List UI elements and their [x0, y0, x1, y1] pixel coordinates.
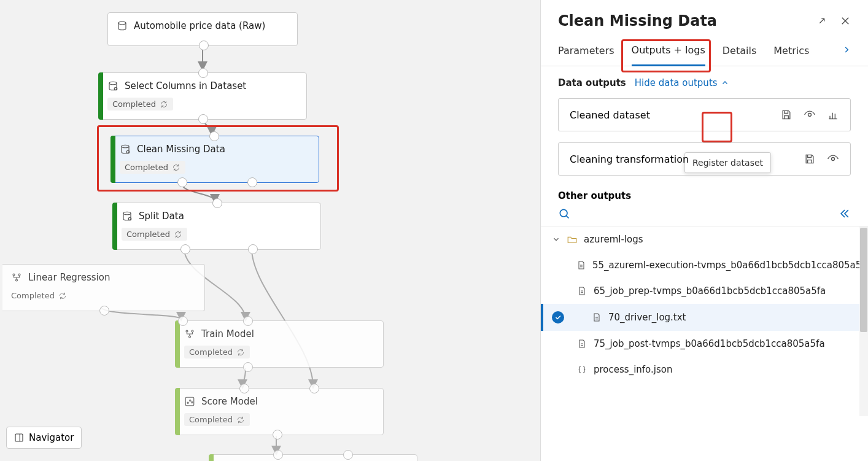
- output-port[interactable]: [99, 306, 109, 316]
- tabs: Parameters Outputs + logs Details Metric…: [541, 36, 868, 66]
- node-score-model[interactable]: Score Model Completed: [175, 388, 384, 435]
- tree-file[interactable]: 65_job_prep-tvmps_b0a66d1bcb5dcb1cca805a…: [541, 278, 868, 304]
- collapse-icon[interactable]: [839, 207, 851, 220]
- node-split-data[interactable]: Split Data Completed: [112, 203, 321, 250]
- input-port-2[interactable]: [243, 316, 253, 326]
- save-icon[interactable]: [780, 109, 792, 121]
- navigator-icon: [14, 433, 24, 443]
- output-port-2[interactable]: [248, 244, 258, 254]
- svg-point-14: [187, 402, 188, 403]
- panel-title: Clean Missing Data: [558, 12, 717, 29]
- node-evaluate-model[interactable]: Evaluate Model: [209, 454, 417, 461]
- node-title-text: Clean Missing Data: [137, 144, 225, 155]
- output-port-1[interactable]: [177, 177, 187, 187]
- svg-point-1: [109, 82, 117, 85]
- output-cleaning-transformation: Cleaning transformation: [558, 142, 851, 176]
- chevron-up-icon: [721, 79, 729, 87]
- file-tree: azureml-logs 55_azureml-execution-tvmps_…: [541, 226, 868, 416]
- refresh-icon: [172, 163, 180, 172]
- folder-icon: [567, 234, 578, 245]
- tab-metrics[interactable]: Metrics: [773, 36, 809, 65]
- status-text: Completed: [11, 291, 55, 300]
- output-cleaned-dataset: Cleaned dataset: [558, 98, 851, 131]
- node-select-columns[interactable]: Select Columns in Dataset Completed: [98, 72, 307, 120]
- tab-parameters[interactable]: Parameters: [558, 36, 614, 65]
- refresh-icon: [236, 416, 245, 424]
- svg-point-5: [123, 212, 131, 215]
- refresh-icon: [58, 292, 67, 300]
- file-name: 65_job_prep-tvmps_b0a66d1bcb5dcb1cca805a…: [594, 285, 826, 296]
- node-title-text: Score Model: [201, 396, 258, 407]
- svg-point-20: [832, 158, 835, 161]
- output-port[interactable]: [198, 114, 208, 124]
- pipeline-canvas[interactable]: Automobile price data (Raw) Select Colum…: [0, 0, 540, 461]
- close-icon[interactable]: [840, 15, 851, 26]
- search-icon[interactable]: [558, 207, 570, 220]
- input-port-1[interactable]: [273, 450, 283, 460]
- svg-point-12: [189, 336, 191, 338]
- tree-file[interactable]: process_info.json: [541, 357, 868, 382]
- node-clean-missing-data[interactable]: Clean Missing Data Completed: [110, 136, 319, 183]
- output-port-2[interactable]: [247, 177, 257, 187]
- output-port[interactable]: [243, 362, 253, 372]
- data-outputs-label: Data outputs: [558, 77, 626, 88]
- file-icon: [577, 286, 587, 296]
- scrollbar[interactable]: [859, 227, 868, 416]
- score-icon: [184, 396, 195, 407]
- folder-name: azureml-logs: [584, 234, 643, 245]
- svg-point-10: [186, 330, 188, 332]
- svg-point-8: [18, 274, 20, 276]
- split-icon: [122, 211, 133, 222]
- database-icon: [117, 20, 128, 31]
- preview-icon[interactable]: [827, 153, 839, 165]
- node-title-text: Train Model: [201, 328, 254, 339]
- tab-outputs-logs[interactable]: Outputs + logs: [632, 36, 705, 66]
- svg-point-7: [13, 274, 15, 276]
- navigator-button[interactable]: Navigator: [6, 427, 82, 449]
- node-title-text: Select Columns in Dataset: [125, 80, 246, 91]
- status-text: Completed: [189, 347, 233, 357]
- refresh-icon: [236, 348, 245, 357]
- tab-details[interactable]: Details: [723, 36, 756, 65]
- node-title-text: Automobile price data (Raw): [134, 20, 265, 31]
- expand-icon[interactable]: [816, 15, 827, 26]
- preview-icon[interactable]: [804, 109, 816, 121]
- node-title-text: Linear Regression: [28, 272, 110, 283]
- file-icon: [577, 339, 587, 349]
- svg-point-11: [192, 330, 193, 332]
- input-port[interactable]: [209, 131, 219, 141]
- tree-file[interactable]: 55_azureml-execution-tvmps_b0a66d1bcb5dc…: [541, 252, 868, 278]
- tabs-scroll-right[interactable]: [842, 45, 851, 56]
- tree-file[interactable]: 75_job_post-tvmps_b0a66d1bcb5dcb1cca805a…: [541, 331, 868, 357]
- node-raw-data[interactable]: Automobile price data (Raw): [107, 12, 298, 46]
- node-linear-regression[interactable]: Linear Regression Completed: [2, 264, 205, 311]
- node-train-model[interactable]: Train Model Completed: [175, 320, 384, 368]
- tree-folder-azureml-logs[interactable]: azureml-logs: [541, 227, 868, 252]
- input-port-2[interactable]: [309, 384, 319, 393]
- file-name: 75_job_post-tvmps_b0a66d1bcb5dcb1cca805a…: [594, 338, 825, 349]
- input-port-1[interactable]: [178, 316, 188, 326]
- output-port-1[interactable]: [180, 244, 190, 254]
- input-port[interactable]: [198, 68, 208, 78]
- node-title-text: Split Data: [139, 211, 184, 222]
- tree-file-selected[interactable]: 70_driver_log.txt: [541, 304, 868, 331]
- svg-point-21: [560, 209, 567, 217]
- file-name: 55_azureml-execution-tvmps_b0a66d1bcb5dc…: [592, 260, 868, 271]
- visualize-icon[interactable]: [827, 109, 839, 121]
- scrollbar-thumb[interactable]: [860, 228, 867, 332]
- status-text: Completed: [125, 163, 168, 172]
- svg-point-3: [122, 145, 129, 148]
- refresh-icon: [174, 230, 182, 239]
- svg-point-9: [16, 279, 18, 281]
- input-port-2[interactable]: [343, 450, 353, 460]
- output-port[interactable]: [273, 430, 282, 440]
- status-text: Completed: [112, 99, 156, 109]
- input-port-1[interactable]: [239, 384, 249, 393]
- hide-data-outputs-link[interactable]: Hide data outputs: [635, 77, 729, 88]
- output-port[interactable]: [199, 41, 209, 50]
- save-icon[interactable]: [804, 153, 816, 165]
- input-port[interactable]: [212, 198, 222, 208]
- chevron-right-icon: [842, 45, 851, 54]
- columns-icon: [107, 80, 118, 91]
- svg-point-16: [192, 401, 193, 403]
